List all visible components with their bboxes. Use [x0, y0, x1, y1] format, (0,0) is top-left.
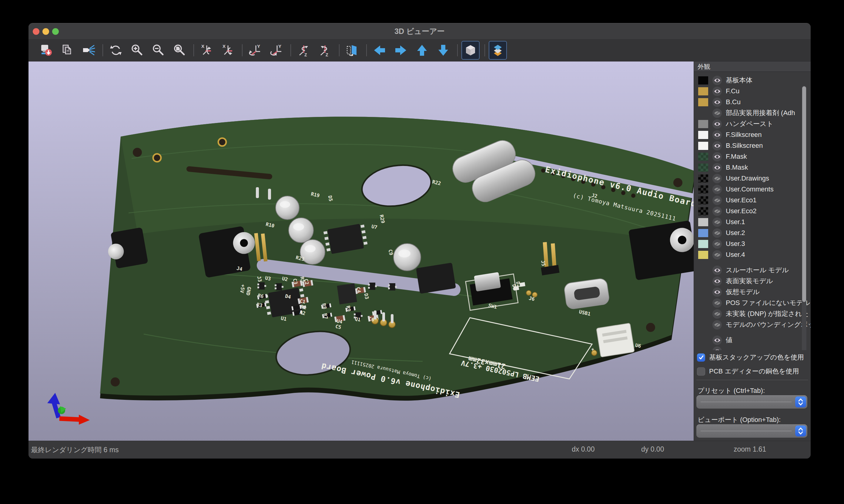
- layer-color-swatch[interactable]: [698, 196, 708, 204]
- layer-row[interactable]: User.Eco2: [694, 206, 811, 217]
- layer-row[interactable]: F.Mask: [694, 151, 811, 162]
- model-row[interactable]: 表面実装モデル: [694, 276, 811, 287]
- visibility-eye-off-icon[interactable]: [712, 196, 722, 205]
- zoom-out-button[interactable]: [150, 41, 167, 59]
- visibility-eye-icon[interactable]: [712, 119, 722, 129]
- visibility-eye-off-icon[interactable]: [712, 185, 722, 194]
- layer-row[interactable]: User.Comments: [694, 184, 811, 195]
- layer-row[interactable]: B.Cu: [694, 96, 811, 108]
- rotate-y-ccw-button[interactable]: Y: [247, 41, 264, 59]
- layer-color-swatch[interactable]: [698, 229, 708, 237]
- layer-color-swatch[interactable]: [698, 185, 708, 194]
- layer-color-swatch[interactable]: [698, 87, 708, 95]
- visibility-eye-icon[interactable]: [712, 266, 722, 275]
- visibility-eye-off-icon[interactable]: [712, 250, 722, 259]
- raytracing-button[interactable]: [80, 41, 97, 59]
- layer-color-swatch[interactable]: [698, 98, 708, 106]
- model-row[interactable]: 未実装 (DNP) が指定された: [694, 308, 811, 319]
- layer-color-swatch[interactable]: [698, 207, 708, 215]
- layer-list-scrollbar[interactable]: [802, 86, 806, 350]
- layer-row[interactable]: B.Silkscreen: [694, 140, 811, 151]
- layer-color-swatch[interactable]: [698, 240, 708, 248]
- visibility-eye-icon[interactable]: [712, 76, 722, 85]
- layers-toggle[interactable]: [489, 41, 506, 59]
- visibility-eye-icon[interactable]: [712, 97, 722, 107]
- model-row[interactable]: 仮想モデル: [694, 287, 811, 298]
- layer-color-swatch[interactable]: [698, 76, 708, 85]
- visibility-eye-icon[interactable]: [712, 141, 722, 150]
- visibility-eye-off-icon[interactable]: [712, 228, 722, 238]
- rotate-z-ccw-button[interactable]: Z: [295, 41, 312, 59]
- layer-color-swatch[interactable]: [698, 164, 708, 172]
- 3d-viewport-canvas[interactable]: Exidiophone v6.0 Audio Board (c) Tomoya …: [29, 61, 694, 441]
- layer-row[interactable]: B.Mask: [694, 162, 811, 173]
- copy-image-button[interactable]: [59, 41, 76, 59]
- model-row[interactable]: モデルのバウンディングボックス: [694, 319, 811, 330]
- layer-color-swatch[interactable]: [698, 175, 708, 183]
- flip-board-button[interactable]: [344, 41, 361, 59]
- viewport-dropdown-stepper[interactable]: [795, 426, 806, 436]
- visibility-eye-off-icon[interactable]: [712, 239, 722, 249]
- rotate-x-cw-button[interactable]: X: [220, 41, 237, 59]
- layer-row[interactable]: User.Drawings: [694, 173, 811, 184]
- visibility-eye-icon[interactable]: [712, 346, 722, 350]
- visibility-eye-off-icon[interactable]: [712, 174, 722, 183]
- visibility-eye-icon[interactable]: [712, 287, 722, 297]
- visibility-eye-icon[interactable]: [712, 87, 722, 96]
- layer-color-swatch[interactable]: [698, 218, 708, 226]
- pan-down-button[interactable]: [435, 41, 452, 59]
- titlebar[interactable]: 3D ビューアー: [29, 23, 811, 39]
- checkbox-checked-icon[interactable]: [697, 354, 705, 362]
- layer-row[interactable]: User.4: [694, 249, 811, 260]
- refresh-view-button[interactable]: [107, 41, 124, 59]
- layer-row[interactable]: User.1: [694, 217, 811, 228]
- pan-left-button[interactable]: [371, 41, 388, 59]
- ortho-projection-toggle[interactable]: [462, 41, 479, 59]
- layer-row[interactable]: User.2: [694, 228, 811, 238]
- model-label: スルーホール モデル: [726, 266, 789, 275]
- clipped-row[interactable]: [694, 346, 811, 350]
- checkbox-unchecked-icon[interactable]: [697, 367, 705, 376]
- layer-color-swatch[interactable]: [698, 109, 708, 117]
- zoom-fit-button[interactable]: [171, 41, 188, 59]
- rotate-y-cw-button[interactable]: Y: [268, 41, 285, 59]
- viewport-dropdown[interactable]: [696, 424, 807, 438]
- use-pcb-copper-colors-checkbox-row[interactable]: PCB エディターの銅色を使用: [697, 367, 799, 376]
- visibility-eye-icon[interactable]: [712, 152, 722, 161]
- visibility-eye-off-icon[interactable]: [712, 320, 722, 329]
- layer-color-swatch[interactable]: [698, 131, 708, 139]
- export-image-button[interactable]: [38, 41, 55, 59]
- layer-color-swatch[interactable]: [698, 251, 708, 259]
- layer-row[interactable]: 基板本体: [694, 75, 811, 86]
- preset-dropdown[interactable]: [696, 395, 807, 409]
- zoom-in-button[interactable]: [128, 41, 145, 59]
- layer-color-swatch[interactable]: [698, 142, 708, 150]
- visibility-eye-icon[interactable]: [712, 130, 722, 140]
- visibility-eye-icon[interactable]: [712, 163, 722, 172]
- rotate-x-ccw-button[interactable]: X: [198, 41, 215, 59]
- layer-row[interactable]: ハンダペースト: [694, 119, 811, 129]
- visibility-eye-off-icon[interactable]: [712, 206, 722, 216]
- layer-row[interactable]: F.Cu: [694, 86, 811, 96]
- visibility-eye-icon[interactable]: [712, 336, 722, 345]
- model-row[interactable]: POS ファイルにないモデル: [694, 298, 811, 308]
- value-row[interactable]: 値: [694, 335, 811, 346]
- layer-color-swatch[interactable]: [698, 152, 708, 161]
- pan-up-button[interactable]: [414, 41, 430, 59]
- layer-row[interactable]: 部品実装用接着剤 (Adh: [694, 108, 811, 119]
- model-row[interactable]: スルーホール モデル: [694, 265, 811, 276]
- visibility-eye-off-icon[interactable]: [712, 309, 722, 319]
- scrollbar-thumb[interactable]: [802, 86, 806, 302]
- pan-right-button[interactable]: [392, 41, 409, 59]
- layer-row[interactable]: User.3: [694, 238, 811, 249]
- layer-row[interactable]: User.Eco1: [694, 195, 811, 206]
- visibility-eye-off-icon[interactable]: [712, 298, 722, 308]
- layer-row[interactable]: F.Silkscreen: [694, 129, 811, 140]
- preset-dropdown-stepper[interactable]: [795, 396, 806, 408]
- visibility-eye-off-icon[interactable]: [712, 108, 722, 118]
- rotate-z-cw-button[interactable]: Z: [316, 41, 333, 59]
- visibility-eye-off-icon[interactable]: [712, 217, 722, 227]
- use-stackup-colors-checkbox-row[interactable]: 基板スタックアップの色を使用: [697, 353, 804, 362]
- visibility-eye-icon[interactable]: [712, 276, 722, 286]
- layer-color-swatch[interactable]: [698, 120, 708, 128]
